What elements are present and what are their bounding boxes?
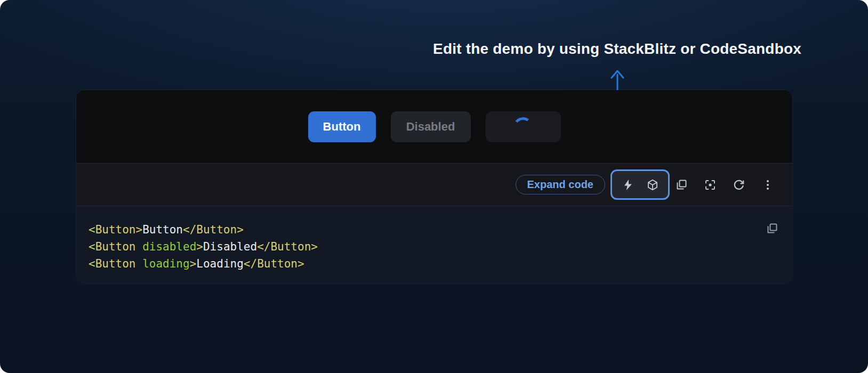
kebab-menu-icon[interactable] — [761, 179, 774, 191]
demo-preview: Button Disabled — [76, 90, 792, 163]
focus-scan-icon[interactable] — [704, 179, 717, 191]
page-background: Edit the demo by using StackBlitz or Cod… — [0, 0, 868, 373]
code-block: <Button>Button</Button> <Button disabled… — [76, 206, 792, 283]
demo-toolbar: Expand code — [76, 163, 792, 206]
disabled-button[interactable]: Disabled — [391, 111, 471, 142]
code-line: <Button>Button</Button> — [89, 221, 755, 238]
primary-button[interactable]: Button — [308, 111, 376, 142]
demo-card: Button Disabled Expand code — [76, 90, 793, 284]
stackblitz-bolt-icon[interactable] — [622, 179, 634, 191]
code-line: <Button disabled>Disabled</Button> — [89, 238, 755, 255]
sandbox-highlight-group — [610, 169, 670, 200]
refresh-icon[interactable] — [733, 179, 745, 191]
annotation-text: Edit the demo by using StackBlitz or Cod… — [433, 40, 801, 58]
codesandbox-cube-icon[interactable] — [646, 179, 659, 191]
expand-code-button[interactable]: Expand code — [516, 175, 605, 194]
loading-spinner-icon — [512, 116, 534, 137]
copy-icon[interactable] — [675, 179, 688, 191]
code-line: <Button loading>Loading</Button> — [89, 255, 755, 272]
loading-button[interactable] — [486, 111, 561, 142]
copy-code-icon[interactable] — [766, 222, 778, 235]
